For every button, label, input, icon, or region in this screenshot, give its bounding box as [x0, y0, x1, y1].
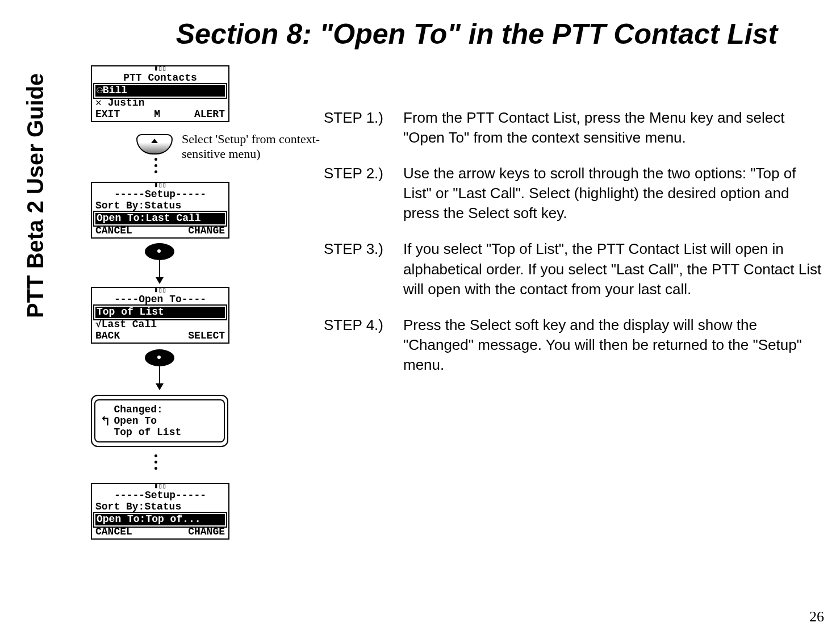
x-icon: ✕ [95, 98, 108, 108]
changed-line: Top of List [114, 427, 181, 438]
contact-name: Bill [103, 85, 127, 96]
dots-icon [154, 454, 157, 470]
page-number: 26 [809, 608, 824, 625]
screen-changed-message: ↰ Changed: Open To Top of List [91, 395, 228, 447]
check-icon: √ [95, 319, 102, 330]
screen-title: -----Setup----- [92, 490, 228, 502]
setup-row-highlighted[interactable]: Open To:Last Call [94, 212, 226, 225]
softkeys: CANCEL CHANGE [92, 527, 228, 539]
step-label: STEP 1.) [324, 108, 403, 148]
return-arrow-icon: ↰ [101, 413, 109, 429]
step-label: STEP 4.) [324, 315, 403, 375]
softkey-right[interactable]: SELECT [188, 331, 225, 342]
setup-row[interactable]: Sort By:Status [92, 502, 228, 513]
setup-row-highlighted[interactable]: Open To:Top of... [94, 513, 226, 527]
annotation-text: Select 'Setup' from context-sensitive me… [182, 132, 324, 161]
softkey-left[interactable]: CANCEL [95, 527, 132, 538]
screen-title: -----Setup----- [92, 189, 228, 201]
arrow-down-icon [159, 260, 160, 283]
softkey-right[interactable]: CHANGE [188, 527, 225, 538]
select-key-icon [145, 349, 174, 366]
speaker-icon: ⚇ [97, 85, 103, 96]
select-key-icon [145, 243, 174, 260]
softkeys: EXIT M ALERT [92, 109, 228, 122]
step-body: Use the arrow keys to scroll through the… [403, 164, 823, 223]
step-body: Press the Select soft key and the displa… [403, 315, 823, 375]
softkey-left[interactable]: EXIT [95, 109, 120, 120]
option-row-highlighted[interactable]: Top of List [94, 306, 226, 319]
step-body: From the PTT Contact List, press the Men… [403, 108, 823, 148]
screen-title: ----Open To---- [92, 294, 228, 306]
screen-contacts: ▮▯▯ PTT Contacts ⚇Bill ✕ Justin EXIT M A… [91, 65, 229, 122]
screen-title: PTT Contacts [92, 73, 228, 84]
step-body: If you select "Top of List", the PTT Con… [403, 239, 823, 299]
sidebar-title: PTT Beta 2 User Guide [23, 73, 48, 318]
contact-name: Justin [108, 98, 145, 108]
screen-setup: ▮▯▯ -----Setup----- Sort By:Status Open … [91, 182, 229, 239]
step-2: STEP 2.) Use the arrow keys to scroll th… [324, 164, 823, 223]
setup-row[interactable]: Sort By:Status [92, 201, 228, 212]
softkeys: BACK SELECT [92, 331, 228, 343]
softkey-mid[interactable]: M [154, 109, 160, 120]
softkey-right[interactable]: CHANGE [188, 225, 225, 237]
dots-icon [154, 158, 157, 173]
option-label: Last Call [102, 319, 157, 330]
softkey-left[interactable]: CANCEL [95, 225, 132, 237]
step-label: STEP 3.) [324, 239, 403, 299]
softkey-left[interactable]: BACK [95, 331, 120, 342]
steps-list: STEP 1.) From the PTT Contact List, pres… [324, 108, 823, 391]
arrow-down-icon [159, 366, 160, 389]
softkeys: CANCEL CHANGE [92, 225, 228, 238]
changed-line: Open To [114, 415, 181, 427]
contact-row[interactable]: ✕ Justin [92, 98, 228, 109]
changed-line: Changed: [114, 404, 181, 415]
softkey-right[interactable]: ALERT [194, 109, 225, 120]
step-3: STEP 3.) If you select "Top of List", th… [324, 239, 823, 299]
step-1: STEP 1.) From the PTT Contact List, pres… [324, 108, 823, 148]
page-title: Section 8: "Open To" in the PTT Contact … [136, 17, 817, 51]
step-4: STEP 4.) Press the Select soft key and t… [324, 315, 823, 375]
screen-setup-after: ▮▯▯ -----Setup----- Sort By:Status Open … [91, 483, 229, 540]
contact-row-highlighted[interactable]: ⚇Bill [94, 84, 226, 98]
option-row[interactable]: √Last Call [92, 319, 228, 331]
screen-open-to: ▮▯▯ ----Open To---- Top of List √Last Ca… [91, 287, 229, 344]
up-key-icon [136, 134, 173, 154]
step-label: STEP 2.) [324, 164, 403, 223]
